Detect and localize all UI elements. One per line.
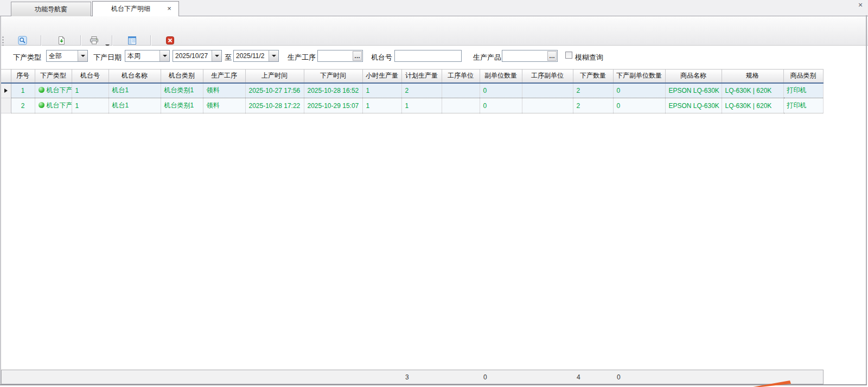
search-icon [18, 36, 27, 45]
cell-spmc[interactable]: EPSON LQ-630K [665, 98, 722, 113]
header-cell-gxfdw[interactable]: 工序副单位 [522, 69, 573, 83]
cell-ssj[interactable]: 2025-10-27 17:56 [245, 83, 304, 98]
date-to-picker[interactable]: 2025/11/2 [233, 50, 279, 62]
cell-type[interactable]: 机台下产 [35, 98, 72, 113]
cell-splb[interactable]: 打印机 [783, 98, 823, 113]
cell-type-text: 机台下产 [47, 101, 72, 109]
row-header-cell[interactable] [1, 83, 11, 98]
header-cell-ssj[interactable]: 上产时间 [245, 69, 304, 83]
tab-machine-output-detail-label: 机台下产明细 [111, 4, 150, 14]
date-preset-select[interactable]: 本周 [125, 50, 170, 62]
cell-xh[interactable]: 1 [11, 83, 35, 98]
header-cell-xcfdwsl[interactable]: 下产副单位数量 [613, 69, 665, 83]
date-from-picker[interactable]: 2025/10/27 [173, 50, 222, 62]
ellipsis-lookup-icon[interactable]: … [547, 51, 557, 61]
header-cell-jth[interactable]: 机台号 [72, 69, 108, 83]
cell-jtlb[interactable]: 机台类别1 [161, 83, 203, 98]
summary-cell-type [35, 370, 72, 384]
machine-no-label: 机台号 [371, 53, 392, 62]
cell-xcfdwsl[interactable]: 0 [613, 83, 665, 98]
chevron-down-icon[interactable] [212, 50, 221, 61]
summary-cell-spmc [666, 370, 722, 384]
date-to-value: 2025/11/2 [236, 52, 267, 61]
header-cell-fdwsl[interactable]: 副单位数量 [480, 69, 522, 83]
cell-jtlb[interactable]: 机台类别1 [161, 98, 203, 113]
summary-cell-fdwsl: 0 [480, 370, 522, 384]
summary-cell-gxfdw [522, 370, 573, 384]
header-cell-gxdw[interactable]: 工序单位 [442, 69, 480, 83]
header-cell-xh[interactable]: 序号 [11, 69, 35, 83]
tab-close-icon[interactable]: × [165, 5, 173, 12]
row-header-cell[interactable] [1, 98, 11, 113]
header-cell-jtlb[interactable]: 机台类别 [161, 69, 203, 83]
header-row: 序号下产类型机台号机台名称机台类别生产工序上产时间下产时间小时生产量计划生产量工… [1, 69, 823, 83]
fuzzy-search-label: 模糊查询 [575, 53, 603, 62]
window-close-icon[interactable]: × [856, 1, 865, 9]
cell-fdwsl[interactable]: 0 [480, 98, 522, 113]
cell-splb[interactable]: 打印机 [783, 83, 823, 98]
cell-type[interactable]: 机台下产 [35, 83, 72, 98]
summary-table: 3040 [2, 370, 824, 384]
cell-xssc[interactable]: 1 [362, 98, 401, 113]
header-cell-xsj[interactable]: 下产时间 [304, 69, 362, 83]
cell-xsj[interactable]: 2025-10-28 16:52 [304, 83, 362, 98]
chevron-down-icon[interactable] [269, 50, 278, 61]
table-row[interactable]: 1机台下产1机台1机台类别1领料2025-10-27 17:562025-10-… [1, 83, 823, 98]
output-date-label: 下产日期 [93, 53, 122, 62]
cell-spmc[interactable]: EPSON LQ-630K [665, 83, 722, 98]
cell-gxfdw[interactable] [522, 98, 573, 113]
header-cell-splb[interactable]: 商品类别 [783, 69, 823, 83]
table-row[interactable]: 2机台下产1机台1机台类别1领料2025-10-28 17:222025-10-… [1, 98, 823, 113]
header-cell-xssc[interactable]: 小时生产量 [362, 69, 401, 83]
cell-gg[interactable]: LQ-630K | 620K [722, 83, 783, 98]
cell-scgx[interactable]: 领料 [203, 83, 245, 98]
cell-jtmc[interactable]: 机台1 [108, 83, 161, 98]
cell-gxfdw[interactable] [522, 83, 573, 98]
chevron-down-icon[interactable] [159, 50, 169, 61]
cell-xh[interactable]: 2 [11, 98, 35, 113]
header-cell-type[interactable]: 下产类型 [35, 69, 72, 83]
cell-xsj[interactable]: 2025-10-29 15:07 [304, 98, 362, 113]
header-cell-spmc[interactable]: 商品名称 [665, 69, 722, 83]
product-label: 生产产品 [473, 53, 501, 62]
window-border-left [0, 16, 1, 385]
process-input[interactable] [318, 50, 353, 61]
machine-no-input[interactable] [394, 50, 462, 62]
output-type-select[interactable]: 全部 [46, 50, 88, 62]
chevron-down-icon[interactable] [78, 50, 87, 61]
fuzzy-search-checkbox[interactable] [565, 52, 572, 59]
output-detail-table: 序号下产类型机台号机台名称机台类别生产工序上产时间下产时间小时生产量计划生产量工… [1, 69, 824, 113]
cell-jtmc[interactable]: 机台1 [108, 98, 161, 113]
tab-function-nav[interactable]: 功能导航窗 [11, 2, 91, 16]
cell-ssj[interactable]: 2025-10-28 17:22 [245, 98, 304, 113]
header-cell-scgx[interactable]: 生产工序 [203, 69, 245, 83]
cell-scgx[interactable]: 领料 [203, 98, 245, 113]
filter-bar: 下产类型 全部 下产日期 本周 2025/10/27 至 2025/11/2 生… [0, 46, 868, 69]
cell-jhsc[interactable]: 2 [401, 83, 442, 98]
cell-jth[interactable]: 1 [72, 98, 108, 113]
header-cell-jtmc[interactable]: 机台名称 [108, 69, 161, 83]
window-border-bottom [0, 384, 867, 385]
cell-xcsl[interactable]: 2 [573, 98, 613, 113]
cell-jhsc[interactable]: 1 [401, 98, 442, 113]
cell-gg[interactable]: LQ-630K | 620K [722, 98, 783, 113]
cell-gxdw[interactable] [442, 83, 480, 98]
header-cell-xcsl[interactable]: 下产数量 [573, 69, 613, 83]
process-lookup-field: … [317, 50, 363, 62]
cell-jth[interactable]: 1 [72, 83, 108, 98]
cell-gxdw[interactable] [442, 98, 480, 113]
tab-machine-output-detail[interactable]: 机台下产明细 × [92, 1, 179, 16]
summary-row: 3040 [2, 370, 824, 384]
header-cell-jhsc[interactable]: 计划生产量 [401, 69, 442, 83]
window-border-right [866, 15, 867, 385]
product-input[interactable] [502, 50, 547, 61]
excel-export-icon [57, 36, 66, 45]
ellipsis-lookup-icon[interactable]: … [353, 51, 362, 61]
header-cell-gg[interactable]: 规格 [722, 69, 783, 83]
cell-xcfdwsl[interactable]: 0 [613, 98, 665, 113]
output-type-value: 全部 [49, 52, 76, 61]
cell-xssc[interactable]: 1 [362, 83, 401, 98]
current-row-arrow-icon [4, 88, 8, 93]
cell-xcsl[interactable]: 2 [573, 83, 613, 98]
cell-fdwsl[interactable]: 0 [480, 83, 522, 98]
